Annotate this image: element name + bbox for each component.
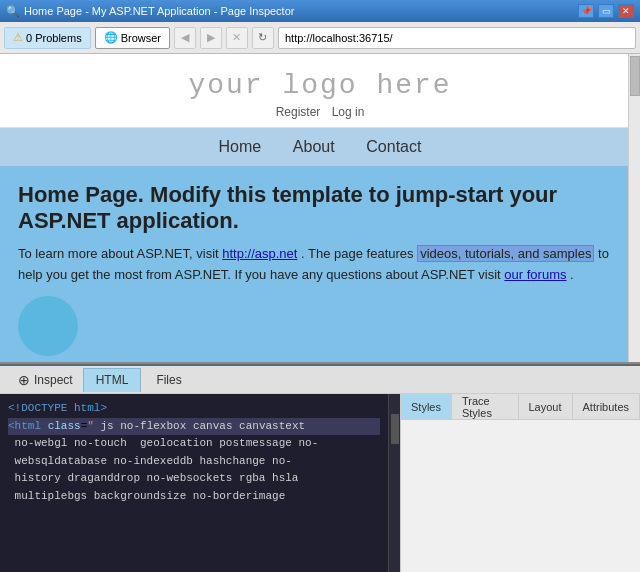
tab-trace-styles[interactable]: Trace Styles — [452, 394, 519, 419]
forward-button[interactable]: ▶ — [200, 27, 222, 49]
code-line-3: no-webgl no-touch geolocation postmessag… — [8, 435, 380, 453]
warning-icon: ⚠ — [13, 31, 23, 44]
code-line-1: <!DOCTYPE html> — [8, 400, 380, 418]
app-icon: 🔍 — [6, 5, 20, 18]
nav-contact[interactable]: Contact — [366, 138, 421, 155]
nav-home[interactable]: Home — [219, 138, 262, 155]
right-tabs: Styles Trace Styles Layout Attributes — [401, 394, 640, 420]
url-input[interactable] — [278, 27, 636, 49]
heading-bold: Home Page. — [18, 182, 144, 207]
forums-link[interactable]: our forums — [504, 267, 566, 282]
tab-attributes[interactable]: Attributes — [573, 394, 640, 419]
code-line-5: history draganddrop no-websockets rgba h… — [8, 470, 380, 488]
code-scrollbar[interactable] — [388, 394, 400, 572]
browser-viewport: your logo here Register Log in Home Abou… — [0, 54, 640, 364]
aspnet-link[interactable]: http://asp.net — [222, 246, 297, 261]
site-body-text: To learn more about ASP.NET, visit http:… — [18, 244, 622, 286]
code-line-2: <html class=" js no-flexbox canvas canva… — [8, 418, 380, 436]
login-link[interactable]: Log in — [332, 105, 365, 119]
tab-files[interactable]: Files — [143, 368, 194, 392]
stop-button[interactable]: ✕ — [226, 27, 248, 49]
site-header: your logo here Register Log in — [0, 54, 640, 128]
close-button[interactable]: ✕ — [618, 4, 634, 18]
body-before: To learn more about ASP.NET, visit — [18, 246, 222, 261]
toolbar: ⚠ 0 Problems 🌐 Browser ◀ ▶ ✕ ↻ — [0, 22, 640, 54]
inspect-icon: ⊕ — [18, 372, 30, 388]
browser-scrollbar[interactable] — [628, 54, 640, 362]
browser-label: Browser — [121, 32, 161, 44]
site-nav: Home About Contact — [0, 128, 640, 166]
site-logo: your logo here — [0, 70, 640, 101]
title-bar: 🔍 Home Page - My ASP.NET Application - P… — [0, 0, 640, 22]
code-panel[interactable]: <!DOCTYPE html> <html class=" js no-flex… — [0, 394, 388, 572]
code-scrollbar-thumb[interactable] — [391, 414, 399, 444]
tab-layout[interactable]: Layout — [519, 394, 573, 419]
page-heading: Home Page. Modify this template to jump-… — [18, 182, 622, 234]
refresh-button[interactable]: ↻ — [252, 27, 274, 49]
code-line-6: multiplebgs backgroundsize no-borderimag… — [8, 488, 380, 506]
devtools-panel: ⊕ Inspect HTML Files <!DOCTYPE html> <ht… — [0, 364, 640, 572]
tab-styles[interactable]: Styles — [401, 394, 452, 419]
devtools-toolbar: ⊕ Inspect HTML Files — [0, 366, 640, 394]
highlight-features: videos, tutorials, and samples — [417, 245, 594, 262]
scrollbar-thumb[interactable] — [630, 56, 640, 96]
restore-button[interactable]: ▭ — [598, 4, 614, 18]
nav-about[interactable]: About — [293, 138, 335, 155]
title-bar-controls[interactable]: 📌 ▭ ✕ — [578, 4, 634, 18]
browser-icon: 🌐 — [104, 31, 118, 44]
pin-button[interactable]: 📌 — [578, 4, 594, 18]
browser-tab[interactable]: 🌐 Browser — [95, 27, 170, 49]
circle-decoration — [18, 296, 78, 356]
body-middle: . The page features — [297, 246, 417, 261]
site-main: Home Page. Modify this template to jump-… — [0, 166, 640, 364]
site-auth: Register Log in — [0, 105, 640, 119]
inspect-label: Inspect — [34, 373, 73, 387]
devtools-content: <!DOCTYPE html> <html class=" js no-flex… — [0, 394, 640, 572]
problems-count: 0 Problems — [26, 32, 82, 44]
styles-panel: Styles Trace Styles Layout Attributes — [400, 394, 640, 572]
window-title: Home Page - My ASP.NET Application - Pag… — [24, 5, 294, 17]
code-line-4: websqldatabase no-indexeddb hashchange n… — [8, 453, 380, 471]
register-link[interactable]: Register — [276, 105, 321, 119]
body-end: . — [566, 267, 573, 282]
title-bar-left: 🔍 Home Page - My ASP.NET Application - P… — [6, 5, 294, 18]
back-button[interactable]: ◀ — [174, 27, 196, 49]
right-panel-content — [401, 420, 640, 572]
inspect-button[interactable]: ⊕ Inspect — [8, 369, 83, 391]
problems-badge[interactable]: ⚠ 0 Problems — [4, 27, 91, 49]
tab-html[interactable]: HTML — [83, 368, 142, 392]
